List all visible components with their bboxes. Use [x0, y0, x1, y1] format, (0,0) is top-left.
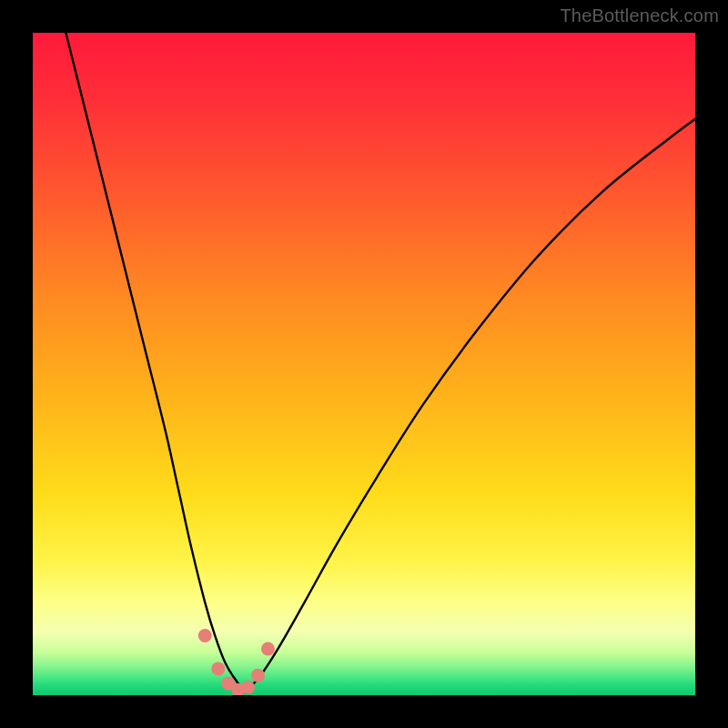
chart-frame: TheBottleneck.com: [0, 0, 728, 728]
plot-area: [33, 33, 695, 695]
bottleneck-curve: [66, 33, 695, 689]
curve-marker: [241, 681, 255, 694]
curve-marker: [251, 669, 265, 682]
curve-marker: [261, 642, 275, 656]
curve-layer: [33, 33, 695, 695]
curve-marker: [211, 662, 225, 675]
curve-marker: [198, 629, 212, 642]
marker-group: [198, 629, 275, 695]
watermark-text: TheBottleneck.com: [560, 5, 719, 26]
